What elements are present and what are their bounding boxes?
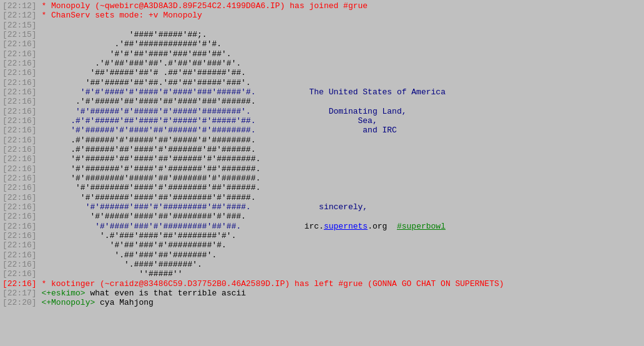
chat-lines: [22:12] * Monopoly (~qwebirc@A3D8A3D.89F… <box>2 1 642 308</box>
chat-line: [22:16] '#'######'#'#####'#'#####'######… <box>2 107 642 116</box>
chat-line: [22:16] .#'######'#'#####'##'#####'#'###… <box>2 136 642 145</box>
chat-line: [22:16] .'#'#####'##'####'##'####'###'##… <box>2 97 642 106</box>
chat-line: [22:15] '####'#####'##;. <box>2 30 642 39</box>
chat-line: [22:20] <+Monopoly> cya Mahjong <box>2 298 642 307</box>
chat-line: [22:16] * kootinger (~craidz@83486C59.D3… <box>2 279 642 289</box>
chat-line: [22:16] '#'######'##'####'##'######'#'##… <box>2 154 642 164</box>
chat-line: [22:16] .'##'############'#'#. <box>2 39 642 49</box>
chat-line: [22:16] '##'#####'##'# .##'##'######'##. <box>2 68 642 77</box>
chat-line: [22:16] '#'######'#'####'##'######'#'###… <box>2 126 642 135</box>
chat-line: [22:16] ''#####'' <box>2 269 642 279</box>
chat-line: [22:16] '.##'###'##'#######'. <box>2 250 642 260</box>
chat-line: [22:16] '#'#'##'####'###'###'##'. <box>2 49 642 59</box>
chat-line: [22:16] '#'#####'####'##'########'#'###. <box>2 212 642 221</box>
chat-line: [22:16] '#'########'#####'##'#######'#'#… <box>2 174 642 183</box>
chat-line: [22:16] '#'####'###'#'#########'##'##. i… <box>2 222 642 231</box>
chat-line: [22:16] '#'#'####'#'####'#'####'###'####… <box>2 87 642 97</box>
chat-line: [22:12] * Monopoly (~qwebirc@A3D8A3D.89F… <box>2 1 642 11</box>
chat-line: [22:15] <box>2 21 642 30</box>
chat-line: [22:16] '#'##'###'#'#########'#. <box>2 240 642 250</box>
chat-line: [22:16] '#'#######'#'####'#'#######'##'#… <box>2 164 642 174</box>
irc-chat-window: [22:12] * Monopoly (~qwebirc@A3D8A3D.89F… <box>0 0 644 346</box>
chat-line: [22:16] '#'#######'####'##'########'#'##… <box>2 193 642 202</box>
chat-line: [22:16] .'#'##'###'##'.#'##'##'###'#'. <box>2 59 642 68</box>
chat-line: [22:16] '##'#####'##'##.'##'##'#####'###… <box>2 78 642 87</box>
chat-line: [22:16] .#'######'##'####'#'#######'##'#… <box>2 145 642 154</box>
chat-line: [22:16] '#'########'####'#'########'##'#… <box>2 183 642 192</box>
chat-line: [22:16] '.####'#######'. <box>2 260 642 269</box>
chat-line: [22:16] .#'#'#####'##'####'#'#####'#'###… <box>2 116 642 126</box>
chat-line: [22:17] <+eskimo> what even is that terr… <box>2 289 642 298</box>
chat-line: [22:12] * ChanServ sets mode: +v Monopol… <box>2 11 642 20</box>
chat-line: [22:16] '#'######'###'#'#########'##'###… <box>2 202 642 212</box>
chat-line: [22:16] '.#'###'####'##'########'#'. <box>2 231 642 240</box>
